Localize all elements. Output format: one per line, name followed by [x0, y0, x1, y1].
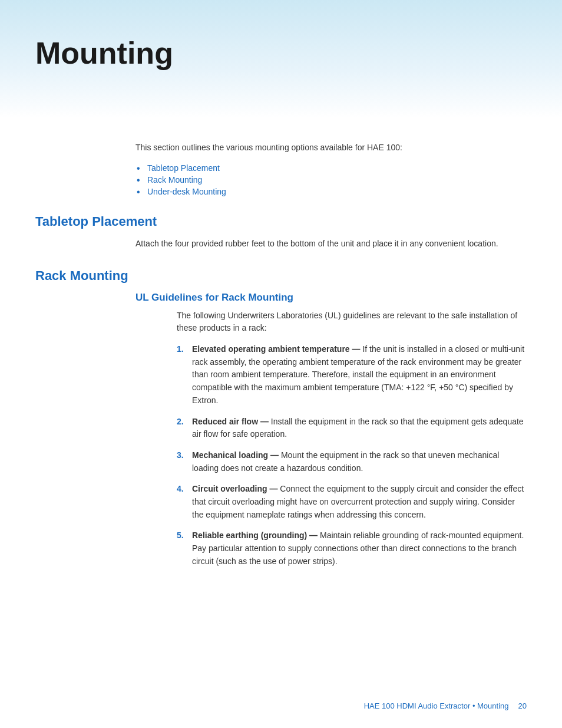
tabletop-section: Tabletop Placement Attach the four provi…: [35, 214, 527, 251]
tabletop-heading: Tabletop Placement: [35, 214, 527, 229]
footer-page-number: 20: [518, 701, 527, 710]
ul-guidelines-list: Elevated operating ambient temperature —…: [177, 343, 527, 568]
footer-label: HAE 100 HDMI Audio Extractor • Mounting: [364, 701, 509, 710]
intro-text: This section outlines the various mounti…: [135, 141, 527, 154]
list-item: Reduced air flow — Install the equipment…: [177, 416, 527, 441]
list-item: Elevated operating ambient temperature —…: [177, 343, 527, 407]
item-term-2: Reduced air flow —: [192, 417, 269, 426]
item-term-3: Mechanical loading —: [192, 450, 279, 460]
list-item: Circuit overloading — Connect the equipm…: [177, 483, 527, 521]
page-footer: HAE 100 HDMI Audio Extractor • Mounting …: [0, 701, 562, 710]
list-item-underdesk: Under-desk Mounting: [147, 187, 527, 196]
item-term-1: Elevated operating ambient temperature —: [192, 344, 361, 354]
rack-link[interactable]: Rack Mounting: [147, 175, 202, 185]
list-item-tabletop: Tabletop Placement: [147, 163, 527, 173]
contents-list: Tabletop Placement Rack Mounting Under-d…: [147, 163, 527, 196]
item-term-4: Circuit overloading —: [192, 484, 277, 493]
ul-intro-text: The following Underwriters Laboratories …: [177, 309, 527, 335]
tabletop-body: Attach the four provided rubber feet to …: [135, 238, 527, 251]
tabletop-link[interactable]: Tabletop Placement: [147, 163, 220, 173]
page-title: Mounting: [35, 35, 527, 71]
underdesk-link[interactable]: Under-desk Mounting: [147, 187, 226, 196]
item-term-5: Reliable earthing (grounding) —: [192, 531, 318, 540]
rack-section: Rack Mounting UL Guidelines for Rack Mou…: [35, 268, 527, 568]
ul-guidelines-subheading: UL Guidelines for Rack Mounting: [135, 292, 527, 304]
list-item: Mechanical loading — Mount the equipment…: [177, 449, 527, 475]
list-item-rack: Rack Mounting: [147, 175, 527, 185]
list-item: Reliable earthing (grounding) — Maintain…: [177, 529, 527, 568]
rack-heading: Rack Mounting: [35, 268, 527, 284]
